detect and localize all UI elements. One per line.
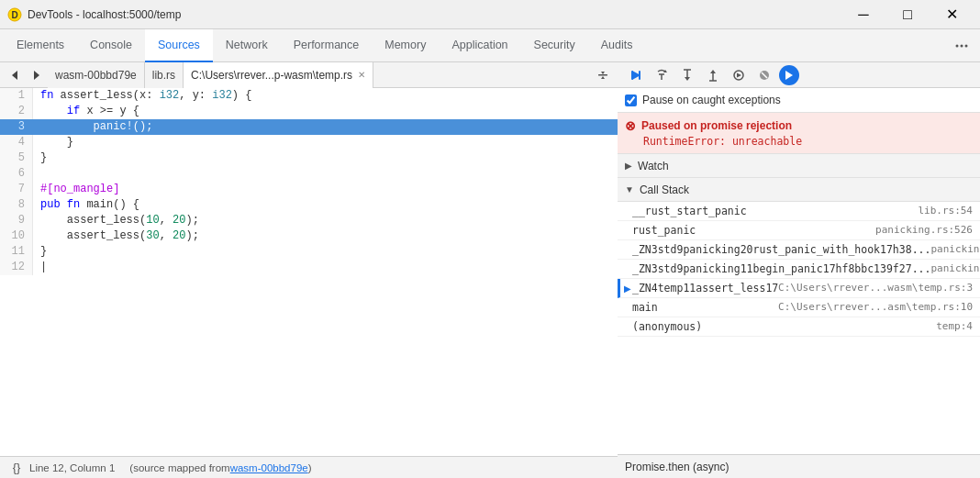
debug-toolbar [618,62,980,88]
nav-tabs: Elements Console Sources Network Perform… [0,29,980,62]
error-icon: ⊗ [625,118,636,133]
svg-marker-5 [12,71,17,80]
svg-marker-17 [685,77,690,81]
svg-marker-23 [737,72,741,77]
pause-exceptions-checkbox[interactable] [625,94,637,106]
code-line-10: 10 assert_less(30, 20); [0,228,618,244]
navigate-back-button[interactable] [4,64,26,86]
watch-section-title: Watch [638,160,669,172]
add-script-button[interactable] [592,64,614,86]
source-map-link[interactable]: wasm-00bbd79e [230,462,308,473]
cursor-position: Line 12, Column 1 [29,462,115,473]
step-out-button[interactable] [702,64,724,86]
code-line-6: 6 [0,166,618,182]
file-tab-librs[interactable]: lib.rs [145,62,184,88]
svg-point-4 [965,44,968,47]
svg-marker-6 [34,71,39,80]
tab-memory[interactable]: Memory [372,29,439,62]
code-line-4: 4 } [0,135,618,150]
stack-item-rust-start-panic[interactable]: __rust_start_panic lib.rs:54 [618,202,980,221]
svg-text:D: D [11,10,17,20]
svg-marker-9 [601,76,605,79]
svg-rect-11 [631,71,633,80]
pause-exceptions-row: Pause on caught exceptions [618,88,980,113]
code-line-11: 11 } [0,244,618,260]
tab-sources[interactable]: Sources [145,29,213,62]
tab-audits[interactable]: Audits [588,29,646,62]
maximize-button[interactable]: □ [886,0,929,29]
status-bar: {} Line 12, Column 1 (source mapped from… [0,456,618,478]
minimize-button[interactable]: ─ [842,0,885,29]
file-tab-wasm[interactable]: wasm-00bbd79e [48,62,145,88]
code-line-12: 12 | [0,260,618,275]
nav-more-button[interactable] [947,31,976,61]
source-map-info: (source mapped from wasm-00bbd79e ) [129,462,311,473]
right-panel: Pause on caught exceptions ⊗ Paused on p… [618,62,980,478]
tab-security[interactable]: Security [521,29,588,62]
svg-marker-8 [601,72,605,74]
stack-item-begin-panic[interactable]: _ZN3std9panicking11begin_panic17hf8bbc13… [618,260,980,279]
callstack-chevron-icon: ▼ [625,184,634,195]
tab-console[interactable]: Console [77,29,145,62]
close-tab-icon[interactable]: ✕ [358,70,365,80]
stack-item-rust-panic[interactable]: rust_panic panicking.rs:526 [618,221,980,240]
error-detail: RuntimeError: unreachable [625,135,971,148]
toolbar-right [592,64,614,86]
call-stack-list: __rust_start_panic lib.rs:54 rust_panic … [618,202,980,454]
title-bar: D DevTools - localhost:5000/temp ─ □ ✕ [0,0,980,29]
format-icon[interactable]: {} [7,459,26,477]
window-title: DevTools - localhost:5000/temp [28,8,842,21]
promise-text: Promise.then (async) [625,461,729,473]
stack-item-assert-less[interactable]: ▶ _ZN4temp11assert_less17hc29247008ddc91… [618,279,980,298]
code-line-7: 7 #[no_mangle] [0,182,618,197]
tab-elements[interactable]: Elements [4,29,77,62]
tab-network[interactable]: Network [213,29,281,62]
code-editor[interactable]: 1 fn assert_less(x: i32, y: i32) { 2 if … [0,88,618,456]
svg-point-3 [961,44,963,47]
stack-item-rust-panic-with-hook[interactable]: _ZN3std9panicking20rust_panic_with_hook1… [618,240,980,260]
svg-marker-21 [710,70,716,73]
svg-marker-26 [785,71,793,80]
svg-rect-7 [598,74,607,76]
resume-button[interactable] [625,64,647,86]
navigate-forward-button[interactable] [26,64,48,86]
svg-rect-12 [639,71,640,80]
tab-performance[interactable]: Performance [281,29,373,62]
step-over-button[interactable] [651,64,673,86]
pause-exceptions-label: Pause on caught exceptions [642,94,781,106]
callstack-section-header[interactable]: ▼ Call Stack [618,178,980,202]
code-line-1: 1 fn assert_less(x: i32, y: i32) { [0,88,618,104]
tab-application[interactable]: Application [439,29,520,62]
code-line-5: 5 } [0,150,618,166]
devtools-icon: D [7,7,22,22]
close-button[interactable]: ✕ [930,0,973,29]
window-controls: ─ □ ✕ [842,0,973,29]
error-banner: ⊗ Paused on promise rejection RuntimeErr… [618,113,980,154]
step-button[interactable] [728,64,750,86]
deactivate-button[interactable] [753,64,775,86]
step-into-button[interactable] [676,64,698,86]
pause-on-exception-button[interactable] [779,65,799,85]
stack-item-anonymous[interactable]: (anonymous) temp:4 [618,317,980,337]
promise-row: Promise.then (async) [618,454,980,478]
devtools-container: Elements Console Sources Network Perform… [0,29,980,478]
watch-section-header[interactable]: ▶ Watch [618,154,980,178]
watch-chevron-icon: ▶ [625,161,632,171]
svg-point-2 [956,44,959,47]
callstack-section-title: Call Stack [640,183,689,196]
secondary-toolbar: wasm-00bbd79e lib.rs C:\Users\rrever...p… [0,62,618,88]
active-frame-indicator: ▶ [624,283,631,294]
code-line-2: 2 if x >= y { [0,104,618,119]
code-line-3: 3 panic!(); [0,119,618,135]
file-tab-temprs[interactable]: C:\Users\rrever...p-wasm\temp.rs ✕ [184,62,373,88]
code-line-9: 9 assert_less(10, 20); [0,213,618,228]
stack-item-main[interactable]: main C:\Users\rrever...asm\temp.rs:10 [618,298,980,317]
error-title: ⊗ Paused on promise rejection [625,118,971,133]
code-line-8: 8 pub fn main() { [0,197,618,213]
